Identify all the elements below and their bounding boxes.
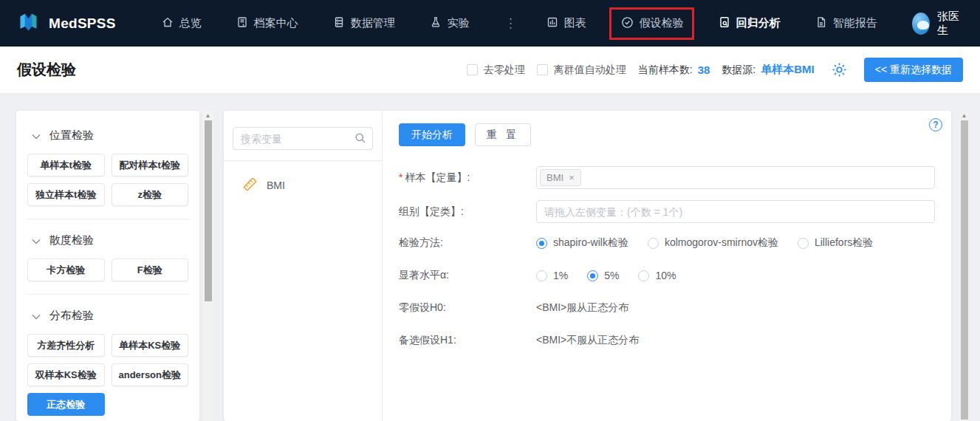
chevron-down-icon <box>32 129 41 142</box>
radio-lilliefors[interactable]: Lilliefors检验 <box>798 236 873 250</box>
radio-label: 10% <box>655 270 676 281</box>
form-row-method: 检验方法: shapiro-wilk检验 kolmogorov-smirnov检… <box>399 236 935 250</box>
nav-item-label: 图表 <box>564 16 586 30</box>
checkbox-label: 离群值自动处理 <box>554 64 626 77</box>
test-button-chi-square[interactable]: 卡方检验 <box>27 259 105 281</box>
test-button-z[interactable]: z检验 <box>112 183 189 206</box>
test-button-two-sample-ks[interactable]: 双样本KS检验 <box>27 363 105 386</box>
form-row-group: 组别【定类】: <box>399 200 935 223</box>
section-dispersion-tests: 散度检验 卡方检验 F检验 <box>27 230 188 281</box>
variable-search-area <box>224 111 382 161</box>
outlier-auto-checkbox[interactable]: 离群值自动处理 <box>537 64 626 77</box>
ruler-icon <box>241 176 258 195</box>
start-analysis-button[interactable]: 开始分析 <box>399 123 465 146</box>
form-row-sample: *样本【定量】: BMI × <box>399 166 935 189</box>
page-scrollbar-thumb[interactable] <box>961 120 968 420</box>
group-variable-input[interactable] <box>536 200 935 223</box>
nav-menu: 总览 档案中心 数据管理 实验 ⋮ 图表 <box>162 16 912 31</box>
checkbox-box[interactable] <box>467 64 478 75</box>
nav-item-overview[interactable]: 总览 <box>162 16 202 30</box>
test-button-paired-t[interactable]: 配对样本t检验 <box>112 154 189 177</box>
radio-label: 1% <box>553 270 568 281</box>
remove-tag-icon[interactable]: × <box>569 172 575 183</box>
radio-alpha-10[interactable]: 10% <box>638 270 676 281</box>
reselect-data-button[interactable]: << 重新选择数据 <box>864 58 963 82</box>
radio-label: 5% <box>604 270 619 281</box>
nav-item-archive[interactable]: 档案中心 <box>236 16 298 30</box>
search-icon[interactable] <box>354 132 366 147</box>
nav-item-label: 总览 <box>179 16 202 30</box>
section-title-label: 分布检验 <box>49 309 94 323</box>
home-icon <box>162 16 174 30</box>
radio-dot-selected[interactable] <box>587 270 598 281</box>
method-label: 检验方法: <box>399 236 536 250</box>
test-button-one-sample-t[interactable]: 单样本t检验 <box>27 154 105 177</box>
radio-dot[interactable] <box>536 270 547 281</box>
brand[interactable]: MedSPSS <box>16 10 116 37</box>
nav-item-regression[interactable]: 回归分析 <box>719 16 781 30</box>
user-menu[interactable]: 张医生 <box>912 10 964 38</box>
nav-item-experiment[interactable]: 实验 <box>430 16 470 30</box>
chevron-down-icon <box>32 309 41 322</box>
group-label: 组别【定类】: <box>399 205 536 219</box>
page-header: 假设检验 去零处理 离群值自动处理 当前样本数: 38 数据源: 单样本BMI … <box>0 47 980 94</box>
radio-kolmogorov-smirnov[interactable]: kolmogorov-smirnov检验 <box>648 236 778 250</box>
sample-count-label: 当前样本数: <box>638 64 693 77</box>
settings-gear-icon[interactable] <box>831 61 848 78</box>
reset-button[interactable]: 重 置 <box>475 123 531 146</box>
scroll-up-icon[interactable]: ▲ <box>203 111 213 120</box>
test-button-f[interactable]: F检验 <box>112 259 189 281</box>
radio-label: kolmogorov-smirnov检验 <box>665 236 778 250</box>
nav-item-data-management[interactable]: 数据管理 <box>333 16 395 30</box>
radio-alpha-5[interactable]: 5% <box>587 270 619 281</box>
brand-name: MedSPSS <box>49 16 116 32</box>
test-button-variance-homogeneity[interactable]: 方差齐性分析 <box>27 334 105 357</box>
nav-item-label: 智能报告 <box>833 16 877 30</box>
radio-dot-selected[interactable] <box>536 238 547 249</box>
test-button-anderson[interactable]: anderson检验 <box>112 363 189 386</box>
radio-dot[interactable] <box>638 270 649 281</box>
search-variable-input[interactable] <box>233 127 373 150</box>
radio-dot[interactable] <box>648 238 659 249</box>
section-header-location[interactable]: 位置检验 <box>27 126 188 154</box>
radio-dot[interactable] <box>798 238 809 249</box>
sidebar-scrollbar[interactable]: ▲ <box>203 111 213 421</box>
test-config-form: ? 开始分析 重 置 *样本【定量】: BMI × 组别【定类】 <box>383 111 951 421</box>
sample-variable-input[interactable]: BMI × <box>536 166 935 189</box>
section-header-dispersion[interactable]: 散度检验 <box>27 230 188 259</box>
test-button-normality-active[interactable]: 正态检验 <box>27 393 105 416</box>
variable-name: BMI <box>267 179 285 191</box>
section-header-distribution[interactable]: 分布检验 <box>27 306 188 334</box>
variable-item-bmi[interactable]: BMI <box>224 161 382 195</box>
test-button-independent-t[interactable]: 独立样本t检验 <box>27 183 105 206</box>
radio-alpha-1[interactable]: 1% <box>536 270 568 281</box>
check-circle-icon <box>621 16 634 31</box>
help-icon[interactable]: ? <box>929 118 942 131</box>
radio-shapiro-wilk[interactable]: shapiro-wilk检验 <box>536 236 628 250</box>
chart-icon <box>546 16 558 30</box>
scroll-up-icon[interactable]: ▲ <box>959 111 969 120</box>
nav-more-dots-icon[interactable]: ⋮ <box>504 17 517 30</box>
test-button-one-sample-ks[interactable]: 单样本KS检验 <box>112 334 189 357</box>
checkbox-box[interactable] <box>537 64 548 75</box>
tag-label: BMI <box>546 172 563 183</box>
h0-value: <BMI>服从正态分布 <box>536 301 628 315</box>
section-title-label: 散度检验 <box>49 233 94 247</box>
zero-processing-checkbox[interactable]: 去零处理 <box>467 64 525 77</box>
nav-item-label: 回归分析 <box>736 16 781 30</box>
nav-item-label: 档案中心 <box>254 16 298 30</box>
sample-count-value: 38 <box>698 64 710 76</box>
nav-item-smart-report[interactable]: 智能报告 <box>815 16 877 30</box>
section-title-label: 位置检验 <box>49 129 94 143</box>
page-scrollbar[interactable]: ▲ <box>959 111 969 421</box>
nav-item-hypothesis-testing[interactable]: 假设检验 <box>621 16 684 31</box>
alpha-label: 显著水平α: <box>399 269 536 282</box>
variable-tag-bmi[interactable]: BMI × <box>540 169 581 186</box>
nav-item-charts[interactable]: 图表 <box>546 16 586 30</box>
doc-search-icon <box>719 16 730 30</box>
chevron-down-icon <box>32 234 41 247</box>
form-row-h0: 零假设H0: <BMI>服从正态分布 <box>399 301 935 315</box>
datasource-value[interactable]: 单样本BMI <box>761 63 815 77</box>
sidebar-scrollbar-thumb[interactable] <box>205 120 212 301</box>
nav-item-label: 假设检验 <box>640 16 684 30</box>
